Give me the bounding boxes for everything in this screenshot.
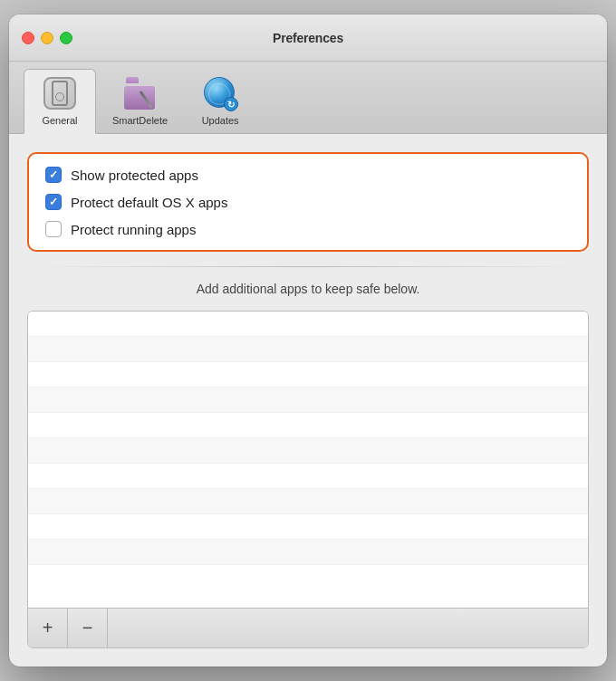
updates-icon: ↻ — [204, 77, 236, 110]
add-apps-label: Add additional apps to keep safe below. — [27, 282, 589, 296]
add-app-button[interactable]: + — [28, 609, 68, 647]
remove-app-button[interactable]: − — [68, 609, 108, 647]
list-item — [28, 312, 588, 337]
general-icon — [43, 77, 76, 110]
updates-tab-label: Updates — [202, 115, 239, 126]
checkbox-row-protect-running: Protect running apps — [45, 221, 571, 237]
list-item — [28, 337, 588, 362]
tab-updates[interactable]: ↻ Updates — [184, 70, 256, 133]
preferences-window: Preferences General SmartDelete — [9, 14, 607, 667]
protect-default-checkbox[interactable] — [45, 194, 62, 210]
show-protected-checkbox[interactable] — [45, 167, 62, 183]
protect-default-label: Protect default OS X apps — [71, 195, 227, 210]
general-tab-icon — [42, 75, 78, 111]
apps-list — [28, 312, 588, 608]
protect-running-checkbox[interactable] — [45, 221, 62, 237]
close-button[interactable] — [22, 32, 34, 44]
apps-list-container: + − — [27, 311, 589, 648]
general-tab-label: General — [42, 115, 77, 126]
updates-tab-icon: ↻ — [202, 75, 238, 111]
list-item — [28, 362, 588, 388]
tab-smart-delete[interactable]: SmartDelete — [100, 70, 180, 133]
tab-general[interactable]: General — [24, 69, 96, 134]
list-item — [28, 540, 588, 565]
updates-arrow-icon: ↻ — [224, 97, 238, 111]
maximize-button[interactable] — [60, 32, 72, 44]
list-item — [28, 514, 588, 540]
smart-delete-tab-label: SmartDelete — [112, 115, 168, 126]
minimize-button[interactable] — [41, 32, 53, 44]
smart-delete-icon — [124, 77, 157, 110]
smart-delete-tab-icon — [122, 75, 159, 111]
toolbar: General SmartDelete ↻ Updates — [9, 62, 607, 134]
list-item — [28, 464, 588, 489]
content-area: Show protected apps Protect default OS X… — [9, 134, 607, 667]
show-protected-label: Show protected apps — [71, 168, 198, 183]
list-footer: + − — [28, 608, 588, 647]
window-title: Preferences — [273, 31, 343, 45]
checkbox-group: Show protected apps Protect default OS X… — [27, 152, 589, 252]
list-item — [28, 438, 588, 464]
list-item — [28, 388, 588, 413]
title-bar: Preferences — [9, 14, 607, 62]
checkbox-row-protect-default: Protect default OS X apps — [45, 194, 571, 210]
folder-tab — [126, 77, 139, 83]
iphone-icon — [52, 81, 68, 106]
list-item — [28, 489, 588, 514]
traffic-lights — [22, 32, 72, 44]
protect-running-label: Protect running apps — [71, 222, 196, 237]
divider — [31, 266, 585, 267]
list-item — [28, 413, 588, 438]
checkbox-row-show-protected: Show protected apps — [45, 167, 571, 183]
